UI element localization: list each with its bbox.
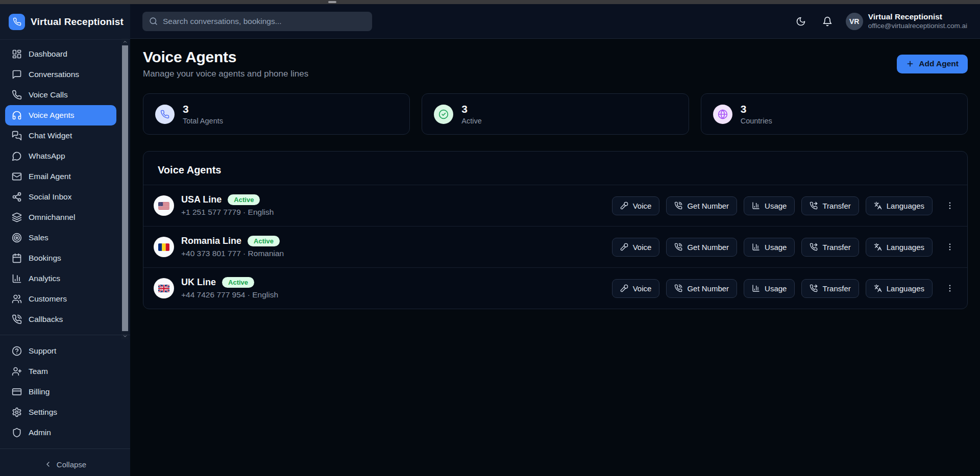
admin-icon (12, 428, 22, 438)
sidebar-item-chat-widget[interactable]: Chat Widget (5, 126, 116, 146)
search-icon (149, 17, 158, 26)
sidebar-item-voice-calls[interactable]: Voice Calls (5, 85, 116, 105)
voice-button[interactable]: Voice (612, 279, 660, 298)
get-number-button[interactable]: Get Number (666, 238, 737, 257)
user-name: Virtual Receptionist (868, 12, 967, 21)
sales-icon (12, 233, 22, 243)
notifications-button[interactable] (820, 14, 835, 29)
agent-name: Romania Line (181, 236, 241, 246)
sidebar-item-omnichannel[interactable]: Omnichannel (5, 207, 116, 228)
collapse-label: Collapse (57, 460, 86, 469)
stat-label: Total Agents (183, 117, 223, 125)
sidebar-item-label: Voice Calls (29, 90, 68, 99)
sidebar-item-label: Billing (29, 387, 50, 396)
check-circle-icon (434, 105, 453, 124)
agent-row-uk-line: UK Line Active +44 7426 777 954 · Englis… (143, 267, 967, 309)
sidebar-item-label: Dashboard (29, 49, 67, 59)
more-options-button[interactable] (943, 196, 957, 215)
sidebar-item-voice-agents[interactable]: Voice Agents (5, 105, 116, 126)
stats-row: 3 Total Agents 3 Active 3 Countries (143, 93, 968, 135)
sidebar-item-label: Bookings (29, 254, 61, 263)
sidebar: Virtual Receptionist Dashboard Conversat… (0, 4, 130, 476)
voice-button[interactable]: Voice (612, 196, 660, 215)
usa-flag-icon (154, 195, 174, 216)
globe-icon (713, 105, 732, 124)
sidebar-item-team[interactable]: Team (5, 361, 116, 382)
email-agent-icon (12, 171, 22, 182)
sidebar-item-label: Analytics (29, 274, 60, 283)
agent-name: USA Line (181, 194, 222, 205)
sidebar-item-billing[interactable]: Billing (5, 382, 116, 402)
sidebar-item-settings[interactable]: Settings (5, 402, 116, 422)
transfer-button[interactable]: Transfer (801, 238, 859, 257)
stat-card-countries: 3 Countries (701, 93, 968, 135)
sidebar-item-social-inbox[interactable]: Social Inbox (5, 187, 116, 207)
search-box[interactable] (142, 12, 372, 31)
more-options-button[interactable] (943, 279, 957, 298)
languages-button[interactable]: Languages (866, 196, 933, 215)
get-number-button[interactable]: Get Number (666, 279, 737, 298)
sidebar-item-label: Social Inbox (29, 192, 71, 202)
sidebar-item-label: Admin (29, 428, 51, 437)
status-badge: Active (228, 194, 260, 205)
stat-label: Countries (741, 117, 772, 125)
sidebar-item-analytics[interactable]: Analytics (5, 268, 116, 289)
social-inbox-icon (12, 192, 22, 202)
page-header: Voice Agents Manage your voice agents an… (143, 48, 968, 79)
transfer-button[interactable]: Transfer (801, 279, 859, 298)
sidebar-item-sales[interactable]: Sales (5, 228, 116, 248)
sidebar-item-admin[interactable]: Admin (5, 422, 116, 443)
more-options-button[interactable] (943, 238, 957, 257)
sidebar-item-bookings[interactable]: Bookings (5, 248, 116, 268)
languages-button[interactable]: Languages (866, 279, 933, 298)
agent-info: UK Line Active +44 7426 777 954 · Englis… (181, 277, 278, 299)
team-icon (12, 366, 22, 377)
sidebar-item-dashboard[interactable]: Dashboard (5, 44, 116, 64)
main-content: Voice Agents Manage your voice agents an… (130, 39, 980, 476)
usage-button[interactable]: Usage (744, 279, 795, 298)
collapse-button[interactable]: Collapse (0, 453, 130, 475)
brand-name: Virtual Receptionist (31, 16, 124, 28)
uk-flag-icon (154, 278, 174, 298)
sidebar-item-support[interactable]: Support (5, 341, 116, 361)
status-badge: Active (222, 277, 254, 288)
brand-phone-icon (9, 14, 25, 30)
search-input[interactable] (163, 17, 365, 26)
dashboard-icon (12, 49, 22, 59)
sidebar-item-label: Email Agent (29, 172, 71, 181)
agent-actions: Voice Get Number Usage Transfer Language… (612, 238, 957, 257)
languages-button[interactable]: Languages (866, 238, 933, 257)
sidebar-item-conversations[interactable]: Conversations (5, 64, 116, 85)
usage-button[interactable]: Usage (744, 196, 795, 215)
transfer-button[interactable]: Transfer (801, 196, 859, 215)
conversations-icon (12, 69, 22, 80)
window-strip (0, 0, 980, 4)
theme-toggle-button[interactable] (794, 14, 808, 29)
scroll-up-icon[interactable] (121, 38, 129, 45)
sidebar-item-callbacks[interactable]: Callbacks (5, 309, 116, 330)
sidebar-scrollbar[interactable] (121, 38, 129, 339)
stat-card-total-agents: 3 Total Agents (143, 93, 410, 135)
scrollbar-thumb[interactable] (122, 45, 128, 331)
add-agent-button[interactable]: Add Agent (897, 55, 968, 73)
agent-details: +40 373 801 777 · Romanian (181, 249, 284, 258)
sidebar-nav: Dashboard Conversations Voice Calls Voic… (0, 44, 121, 330)
whatsapp-icon (12, 151, 22, 161)
sidebar-item-email-agent[interactable]: Email Agent (5, 166, 116, 187)
scroll-down-icon[interactable] (121, 333, 129, 339)
sidebar-item-customers[interactable]: Customers (5, 289, 116, 309)
chevron-left-icon (44, 460, 52, 468)
agent-row-usa-line: USA Line Active +1 251 577 7779 · Englis… (143, 185, 967, 226)
voice-button[interactable]: Voice (612, 238, 660, 257)
agent-name: UK Line (181, 277, 216, 288)
support-icon (12, 346, 22, 356)
avatar[interactable]: VR (846, 13, 863, 30)
sidebar-item-label: Sales (29, 233, 48, 242)
user-meta: Virtual Receptionist office@virtualrecep… (868, 12, 967, 31)
sidebar-item-whatsapp[interactable]: WhatsApp (5, 146, 116, 166)
voice-agents-panel: Voice Agents USA Line Active +1 251 577 … (143, 151, 968, 309)
brand: Virtual Receptionist (0, 4, 130, 40)
usage-button[interactable]: Usage (744, 238, 795, 257)
sidebar-item-label: WhatsApp (29, 152, 65, 161)
get-number-button[interactable]: Get Number (666, 196, 737, 215)
